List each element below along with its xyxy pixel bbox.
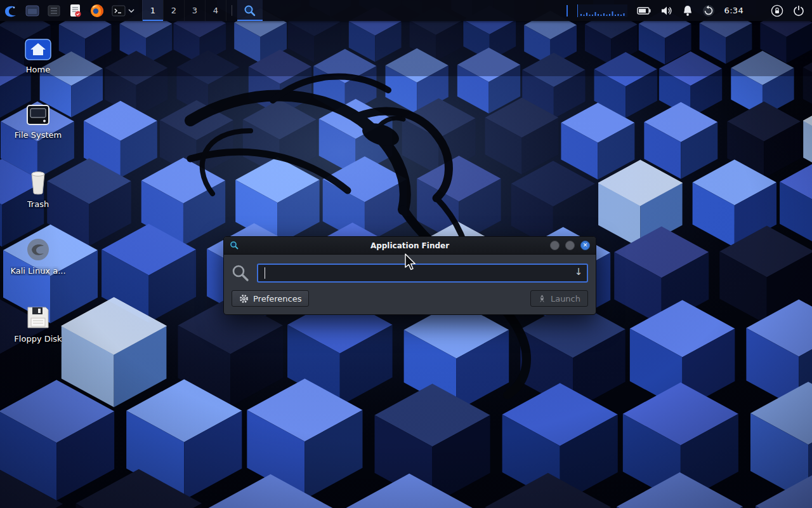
firefox-icon[interactable] (86, 0, 108, 21)
window-search-icon (230, 241, 239, 250)
panel-spacer (263, 0, 566, 21)
update-icon[interactable] (702, 4, 715, 17)
launch-rocket-icon (538, 295, 546, 303)
taskbar-application-finder[interactable] (237, 0, 263, 21)
search-input[interactable] (257, 264, 588, 283)
workspace-2[interactable]: 2 (163, 0, 184, 21)
window-controls: ✕ (550, 241, 590, 250)
search-icon (232, 264, 249, 282)
desktop-icon-kali-docs[interactable]: Kali Linux a... (5, 237, 71, 276)
desktop-icon-label: File System (15, 130, 62, 140)
workspace-3[interactable]: 3 (184, 0, 205, 21)
panel-separator (232, 5, 232, 16)
cpu-graph[interactable] (577, 4, 627, 17)
desktop-icon-filesystem[interactable]: File System (5, 104, 71, 140)
workspace-switcher: 1 2 3 4 (142, 0, 226, 21)
launch-label: Launch (551, 294, 580, 304)
application-finder-window: Application Finder ✕ ↓ (223, 236, 596, 315)
desktop-icon-home[interactable]: Home (5, 37, 71, 74)
launch-button[interactable]: Launch (530, 290, 588, 307)
tray-accent-line (566, 5, 568, 17)
lock-icon[interactable] (771, 4, 783, 17)
chevron-down-icon[interactable] (127, 0, 136, 21)
kali-menu-icon[interactable] (0, 0, 22, 21)
history-dropdown-icon[interactable]: ↓ (573, 266, 584, 277)
logout-icon[interactable] (793, 5, 804, 17)
workspace-1[interactable]: 1 (142, 0, 163, 21)
terminal-icon[interactable] (108, 0, 129, 21)
battery-icon[interactable] (637, 7, 651, 15)
floppy-icon (25, 305, 51, 330)
search-window-icon (244, 4, 256, 17)
desktop-icon-label: Kali Linux a... (10, 266, 65, 276)
desktop-icon-label: Home (26, 65, 50, 74)
minimize-icon[interactable] (550, 241, 560, 250)
bell-icon[interactable] (683, 5, 693, 17)
workspace-4[interactable]: 4 (205, 0, 226, 21)
desktop-icon-label: Floppy Disk (14, 334, 62, 344)
text-caret (265, 267, 265, 279)
preferences-label: Preferences (253, 294, 301, 304)
home-icon (24, 37, 52, 61)
files-icon[interactable] (43, 0, 65, 21)
system-tray: 6:34 (566, 0, 812, 21)
volume-icon[interactable] (660, 6, 673, 16)
maximize-icon[interactable] (565, 241, 575, 250)
text-editor-icon[interactable] (65, 0, 86, 21)
desktop-icon-trash[interactable]: Trash (5, 170, 71, 209)
kali-docs-icon (25, 237, 51, 262)
desktop-icon-floppy[interactable]: Floppy Disk (5, 305, 71, 344)
preferences-button[interactable]: Preferences (232, 290, 309, 307)
desktop-icon-label: Trash (27, 199, 49, 209)
file-manager-icon[interactable] (22, 0, 43, 21)
titlebar[interactable]: Application Finder ✕ (224, 237, 596, 255)
clock[interactable]: 6:34 (724, 6, 743, 15)
filesystem-icon (25, 104, 51, 126)
window-title: Application Finder (224, 241, 596, 250)
close-icon[interactable]: ✕ (580, 241, 590, 250)
trash-icon (27, 170, 49, 196)
top-panel: 1 2 3 4 (0, 0, 812, 21)
finder-body: ↓ Preferences Launch (224, 255, 596, 314)
gear-icon (239, 294, 249, 304)
